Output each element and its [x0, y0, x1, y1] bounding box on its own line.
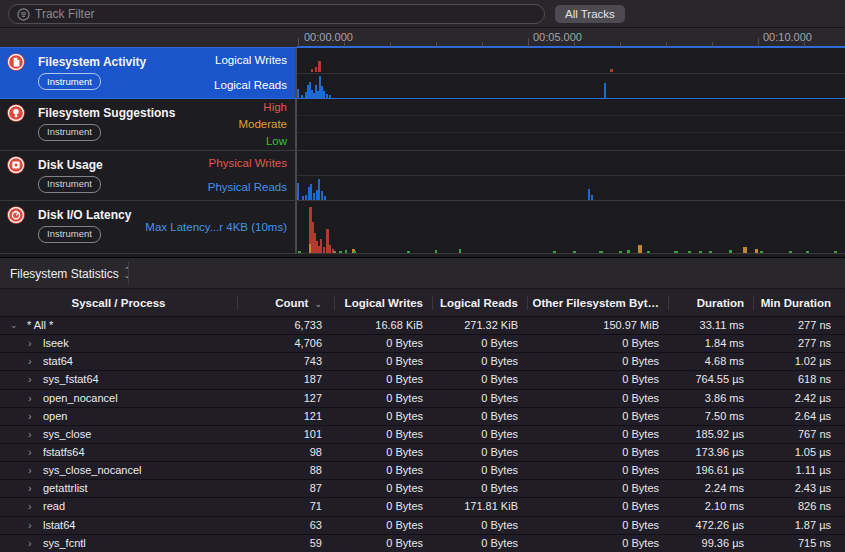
cell-count: 127 — [237, 390, 334, 408]
column-header-duration[interactable]: Duration — [668, 289, 753, 317]
disclosure-collapsed-icon[interactable]: › — [28, 517, 32, 535]
track-row-filesystem-activity[interactable]: Filesystem ActivityInstrumentLogical Wri… — [0, 47, 845, 99]
cell-min_duration: 2.64 µs — [753, 408, 845, 426]
table-row-open[interactable]: ›open1210 Bytes0 Bytes0 Bytes7.50 ms2.64… — [0, 408, 845, 426]
table-row-lstat64[interactable]: ›lstat64630 Bytes0 Bytes0 Bytes472.26 µs… — [0, 517, 845, 535]
column-resize-handle[interactable] — [668, 296, 669, 310]
track-graph[interactable] — [297, 99, 845, 150]
cell-min_duration: 277 ns — [753, 317, 845, 335]
table-row-read[interactable]: ›read710 Bytes171.81 KiB0 Bytes2.10 ms82… — [0, 498, 845, 516]
cell-other_fs: 0 Bytes — [527, 444, 668, 462]
disclosure-collapsed-icon[interactable]: › — [28, 444, 32, 462]
track-filter-input[interactable]: Track Filter — [8, 4, 545, 24]
table-row-lseek[interactable]: ›lseek4,7060 Bytes0 Bytes0 Bytes1.84 ms2… — [0, 335, 845, 353]
disclosure-collapsed-icon[interactable]: › — [28, 480, 32, 498]
column-header-logical-reads[interactable]: Logical Reads — [432, 289, 527, 317]
track-graph[interactable] — [297, 151, 845, 200]
disclosure-collapsed-icon[interactable]: › — [28, 426, 32, 444]
cell-logical_writes: 0 Bytes — [334, 480, 432, 498]
logical-writes-spike — [315, 67, 317, 72]
cell-logical_reads: 0 Bytes — [432, 371, 527, 389]
cell-other_fs: 0 Bytes — [527, 498, 668, 516]
cell-logical_writes: 0 Bytes — [334, 408, 432, 426]
lane-label: Physical Writes — [209, 157, 287, 169]
disclosure-collapsed-icon[interactable]: › — [28, 390, 32, 408]
lane-label: Logical Reads — [214, 79, 287, 91]
track-row-disk-i-o-latency[interactable]: Disk I/O LatencyInstrumentMax Latency...… — [0, 201, 845, 254]
table-row-sys-fcntl[interactable]: ›sys_fcntl590 Bytes0 Bytes0 Bytes99.36 µ… — [0, 535, 845, 552]
disclosure-expanded-icon[interactable]: ⌄ — [10, 317, 18, 335]
latency-green-spike — [407, 251, 410, 253]
table-row-fstatfs64[interactable]: ›fstatfs64980 Bytes0 Bytes0 Bytes173.96 … — [0, 444, 845, 462]
column-resize-handle[interactable] — [432, 296, 433, 310]
statistics-selector[interactable]: Filesystem Statistics ⌃⌄ — [10, 258, 130, 289]
syscall-name: * All * — [27, 317, 53, 335]
track-header[interactable]: Filesystem ActivityInstrumentLogical Wri… — [0, 48, 297, 98]
cell-count: 187 — [237, 371, 334, 389]
track-row-filesystem-suggestions[interactable]: Filesystem SuggestionsInstrumentHighMode… — [0, 99, 845, 151]
column-header-other-filesystem-byt-[interactable]: Other Filesystem Byt… — [527, 289, 668, 317]
track-header[interactable]: Disk UsageInstrumentPhysical WritesPhysi… — [0, 151, 297, 200]
cell-min_duration: 618 ns — [753, 371, 845, 389]
physical-reads-spike — [310, 184, 312, 200]
track-title: Disk I/O Latency — [38, 208, 131, 222]
track-title: Disk Usage — [38, 158, 103, 172]
cell-other_fs: 0 Bytes — [527, 535, 668, 552]
column-resize-handle[interactable] — [527, 296, 528, 310]
filter-icon — [17, 8, 30, 21]
latency-green-spike — [298, 251, 301, 253]
cell-duration: 472.26 µs — [668, 517, 753, 535]
latency-green-spike — [345, 250, 347, 253]
table-row--all-[interactable]: ⌄* All *6,73316.68 KiB271.32 KiB150.97 M… — [0, 317, 845, 335]
cell-count: 88 — [237, 462, 334, 480]
column-resize-handle[interactable] — [237, 296, 238, 310]
table-row-sys-fstat64[interactable]: ›sys_fstat641870 Bytes0 Bytes0 Bytes764.… — [0, 371, 845, 389]
disclosure-collapsed-icon[interactable]: › — [28, 535, 32, 552]
column-header-syscall-process[interactable]: Syscall / Process — [0, 289, 237, 317]
disclosure-collapsed-icon[interactable]: › — [28, 462, 32, 480]
physical-reads-spike — [313, 193, 315, 200]
track-graph[interactable] — [297, 201, 845, 253]
all-tracks-button[interactable]: All Tracks — [555, 5, 625, 23]
cell-count: 98 — [237, 444, 334, 462]
cell-duration: 99.36 µs — [668, 535, 753, 552]
cell-logical_writes: 0 Bytes — [334, 353, 432, 371]
table-row-sys-close[interactable]: ›sys_close1010 Bytes0 Bytes0 Bytes185.92… — [0, 426, 845, 444]
table-row-sys-close-nocancel[interactable]: ›sys_close_nocancel880 Bytes0 Bytes0 Byt… — [0, 462, 845, 480]
timeline-ruler[interactable]: 00:00.00000:05.00000:10.000 — [0, 28, 845, 47]
lane-label: Physical Reads — [208, 181, 287, 193]
table-row-open-nocancel[interactable]: ›open_nocancel1270 Bytes0 Bytes0 Bytes3.… — [0, 390, 845, 408]
track-filter-toolbar: Track Filter All Tracks — [0, 0, 845, 28]
table-row-getattrlist[interactable]: ›getattrlist870 Bytes0 Bytes0 Bytes2.24 … — [0, 480, 845, 498]
table-row-stat64[interactable]: ›stat647430 Bytes0 Bytes0 Bytes4.68 ms1.… — [0, 353, 845, 371]
latency-green-spike — [339, 251, 342, 253]
track-header[interactable]: Filesystem SuggestionsInstrumentHighMode… — [0, 99, 297, 150]
cell-logical_reads: 0 Bytes — [432, 480, 527, 498]
disclosure-collapsed-icon[interactable]: › — [28, 335, 32, 353]
track-graph[interactable] — [297, 48, 845, 98]
column-resize-handle[interactable] — [753, 296, 754, 310]
cell-min_duration: 2.43 µs — [753, 480, 845, 498]
disclosure-collapsed-icon[interactable]: › — [28, 371, 32, 389]
latency-green-spike — [760, 251, 763, 253]
column-header-min-duration[interactable]: Min Duration — [753, 289, 845, 317]
latency-green-spike — [353, 251, 356, 253]
column-header-count[interactable]: Count⌄ — [237, 289, 334, 317]
cell-duration: 764.55 µs — [668, 371, 753, 389]
column-resize-handle[interactable] — [334, 296, 335, 310]
cell-count: 63 — [237, 517, 334, 535]
cell-count: 87 — [237, 480, 334, 498]
column-header-logical-writes[interactable]: Logical Writes — [334, 289, 432, 317]
cell-logical_writes: 0 Bytes — [334, 426, 432, 444]
logical-writes-spike — [318, 61, 321, 72]
cell-logical_writes: 0 Bytes — [334, 371, 432, 389]
ruler-major-tick — [528, 38, 529, 47]
track-header[interactable]: Disk I/O LatencyInstrumentMax Latency...… — [0, 201, 297, 253]
sort-descending-icon: ⌄ — [314, 299, 322, 309]
track-row-disk-usage[interactable]: Disk UsageInstrumentPhysical WritesPhysi… — [0, 151, 845, 201]
disclosure-collapsed-icon[interactable]: › — [28, 498, 32, 516]
instrument-badge: Instrument — [38, 124, 101, 141]
disclosure-collapsed-icon[interactable]: › — [28, 408, 32, 426]
disclosure-collapsed-icon[interactable]: › — [28, 353, 32, 371]
logical-reads-spike — [604, 83, 606, 98]
